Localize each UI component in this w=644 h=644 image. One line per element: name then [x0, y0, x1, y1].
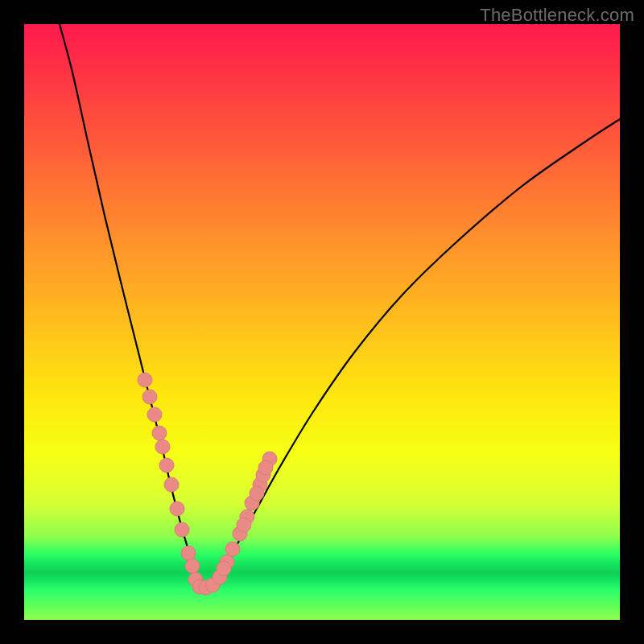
- marker-point: [152, 426, 167, 440]
- marker-point: [164, 477, 179, 492]
- marker-point: [170, 502, 184, 516]
- plot-area: [24, 24, 620, 620]
- curve-layer: [24, 24, 620, 620]
- chart-frame: TheBottleneck.com: [0, 0, 644, 644]
- marker-point: [217, 561, 231, 576]
- marker-point: [159, 458, 174, 473]
- marker-point: [185, 559, 200, 573]
- marker-group: [138, 373, 277, 595]
- marker-point: [138, 373, 152, 387]
- marker-point: [225, 542, 240, 556]
- marker-point: [142, 390, 157, 404]
- marker-point: [155, 440, 170, 454]
- marker-point: [147, 407, 162, 422]
- bottleneck-curve: [60, 24, 620, 588]
- watermark-text: TheBottleneck.com: [480, 5, 634, 26]
- marker-point: [181, 546, 196, 560]
- marker-point: [258, 460, 273, 475]
- marker-point: [237, 518, 251, 532]
- marker-point: [175, 522, 189, 537]
- marker-point: [250, 486, 264, 501]
